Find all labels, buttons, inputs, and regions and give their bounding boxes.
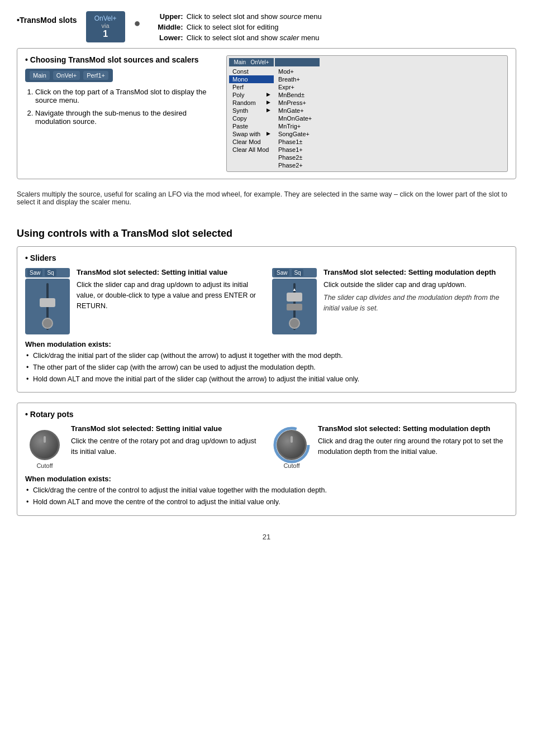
slot-pointer-arrow: ● xyxy=(134,11,141,30)
transmod-slots-title: •TransMod slots xyxy=(17,16,77,25)
slider-moddepth-body1: Click outside the slider cap and drag up… xyxy=(323,280,508,290)
rotary-moddepth-text: TransMod slot selected: Setting modulati… xyxy=(318,424,508,457)
rotary-circle-initial[interactable] xyxy=(30,430,60,460)
slider-knob xyxy=(42,318,53,329)
transmod-slot-widget: OnVel+ via 1 xyxy=(86,11,125,42)
slider-cap-initial[interactable] xyxy=(40,298,55,307)
sq-label2: Sq xyxy=(292,269,303,276)
submenu-expr[interactable]: Expr+ xyxy=(275,83,320,91)
menu-clear-all-mod[interactable]: Clear All Mod xyxy=(229,146,274,154)
rotary-bullet-2: Hold down ALT and move the centre of the… xyxy=(25,497,508,508)
choosing-title: • Choosing TransMod slot sources and sca… xyxy=(25,55,215,64)
perf-btn: Perf1+ xyxy=(83,71,108,80)
submenu-phase2pm[interactable]: Phase2± xyxy=(275,154,320,161)
source-menu-simulation: Main OnVel+ Const Mono Perf Poly Random … xyxy=(226,55,508,172)
rotary-moddepth-body: Click and drag the outer ring around the… xyxy=(318,436,508,457)
step-2: Navigate through the sub-menus to the de… xyxy=(35,109,215,126)
page-number: 21 xyxy=(17,533,516,541)
slider-moddepth-widget: Saw Sq xyxy=(272,268,317,334)
slider-initial-col: Saw Sq TransMod slot selected: Setting i… xyxy=(25,268,261,334)
upper-label-key: Upper: xyxy=(150,12,183,21)
steps-list: Click on the top part of a TransMod slot… xyxy=(25,88,215,126)
menu-synth[interactable]: Synth xyxy=(229,107,274,114)
saw-label: Saw xyxy=(27,269,42,276)
submenu-mntrig[interactable]: MnTrig+ xyxy=(275,122,320,130)
rotary-sim-moddepth: Cutoff xyxy=(272,424,311,469)
menu-random[interactable]: Random xyxy=(229,99,274,107)
rotary-initial-col: Cutoff TransMod slot selected: Setting i… xyxy=(25,424,261,469)
slider-cap-arrow[interactable] xyxy=(287,293,302,302)
slider-knob2 xyxy=(289,318,300,329)
menu-sub-header xyxy=(275,58,320,66)
submenu-phase1p[interactable]: Phase1+ xyxy=(275,146,320,154)
lower-label-key: Lower: xyxy=(150,34,183,42)
menu-main-col: Main OnVel+ Const Mono Perf Poly Random … xyxy=(229,58,274,169)
menu-const[interactable]: Const xyxy=(229,68,274,75)
menu-paste[interactable]: Paste xyxy=(229,122,274,130)
slider-label-row-mod: Saw Sq xyxy=(272,268,317,277)
step-1: Click on the top part of a TransMod slot… xyxy=(35,88,215,104)
when-mod-exists-sliders: When modulation exists: xyxy=(25,340,508,348)
rotary-sim-initial: Cutoff xyxy=(25,424,64,469)
main-btn: Main xyxy=(30,71,50,80)
saw-label2: Saw xyxy=(274,269,289,276)
menu-mono[interactable]: Mono xyxy=(229,75,274,83)
slider-label-row-initial: Saw Sq xyxy=(25,268,70,277)
submenu-mnbend[interactable]: MnBend± xyxy=(275,91,320,99)
sq-label: Sq xyxy=(45,269,56,276)
submenu-mnpress[interactable]: MnPress+ xyxy=(275,99,320,107)
onvel-btn: OnVel+ xyxy=(53,71,80,80)
rotary-moddepth-widget: Cutoff xyxy=(272,424,311,469)
slider-bullet-3: Hold down ALT and move the initial part … xyxy=(25,374,508,385)
rotary-moddepth-heading: TransMod slot selected: Setting modulati… xyxy=(318,424,508,433)
rotary-outer-ring-svg[interactable] xyxy=(273,426,311,464)
menu-poly[interactable]: Poly xyxy=(229,91,274,99)
slot-top-line: OnVel+ xyxy=(92,15,120,22)
menu-main-header: Main OnVel+ xyxy=(229,58,274,66)
lower-label-row: Lower: Click to select slot and show sca… xyxy=(150,34,322,42)
slider-moddepth-body2: The slider cap divides and the modulatio… xyxy=(323,293,508,314)
menu-copy[interactable]: Copy xyxy=(229,114,274,122)
slot-bottom-num: 1 xyxy=(92,29,120,39)
transmod-slots-section: •TransMod slots OnVel+ via 1 ● Upper: Cl… xyxy=(17,11,516,42)
section-header-transmod: Using controls with a TransMod slot sele… xyxy=(17,228,516,240)
slider-bullet-1: Click/drag the initial part of the slide… xyxy=(25,351,508,361)
rotary-bullet-1: Click/drag the centre of the control to … xyxy=(25,485,508,496)
menu-perf[interactable]: Perf xyxy=(229,83,274,91)
when-mod-exists-rotary: When modulation exists: xyxy=(25,475,508,483)
submenu-mnongate[interactable]: MnOnGate+ xyxy=(275,114,320,122)
slider-moddepth-text: TransMod slot selected: Setting modulati… xyxy=(323,268,508,313)
sliders-bullet-list: Click/drag the initial part of the slide… xyxy=(25,351,508,384)
lower-label-desc: Click to select slot and show scaler men… xyxy=(187,34,320,42)
submenu-phase1pm[interactable]: Phase1± xyxy=(275,138,320,146)
submenu-breath[interactable]: Breath+ xyxy=(275,75,320,83)
sliders-feature-box: Sliders Saw Sq TransMod slot selected: S… xyxy=(17,246,516,393)
slot-labels: Upper: Click to select slot and show sou… xyxy=(150,12,322,42)
slider-sim-initial xyxy=(25,279,70,334)
svg-point-0 xyxy=(275,428,308,462)
submenu-phase2p[interactable]: Phase2+ xyxy=(275,161,320,169)
slider-moddepth-col: Saw Sq TransMod slot selected: Setting m… xyxy=(272,268,508,334)
scalers-note: Scalers multiply the source, useful for … xyxy=(17,190,516,206)
middle-label-key: Middle: xyxy=(150,23,183,31)
submenu-mod[interactable]: Mod+ xyxy=(275,68,320,75)
menu-clear-mod[interactable]: Clear Mod xyxy=(229,138,274,146)
choosing-right-panel: Main OnVel+ Const Mono Perf Poly Random … xyxy=(226,55,508,172)
submenu-songgate[interactable]: SongGate+ xyxy=(275,130,320,138)
rotary-feature-box: Rotary pots Cutoff TransMod slot selecte… xyxy=(17,403,516,516)
slider-cap-lower[interactable] xyxy=(287,304,302,310)
rotary-bullet-list: Click/drag the centre of the control to … xyxy=(25,485,508,508)
rotary-initial-widget: Cutoff xyxy=(25,424,64,469)
slider-moddepth-heading: TransMod slot selected: Setting modulati… xyxy=(323,268,508,276)
submenu-mngate[interactable]: MnGate+ xyxy=(275,107,320,114)
slider-initial-text: TransMod slot selected: Setting initial … xyxy=(77,268,261,311)
sliders-two-col: Saw Sq TransMod slot selected: Setting i… xyxy=(25,268,508,334)
slider-initial-widget: Saw Sq xyxy=(25,268,70,334)
menu-sub-col: Mod+ Breath+ Expr+ MnBend± MnPress+ MnGa… xyxy=(275,58,320,169)
rotary-label-initial: Cutoff xyxy=(36,462,53,469)
menu-swap[interactable]: Swap with xyxy=(229,130,274,138)
rotary-box-title: Rotary pots xyxy=(25,410,508,419)
rotary-depth-container xyxy=(277,430,307,460)
slider-sim-moddepth xyxy=(272,279,317,334)
slider-initial-heading: TransMod slot selected: Setting initial … xyxy=(77,268,261,276)
